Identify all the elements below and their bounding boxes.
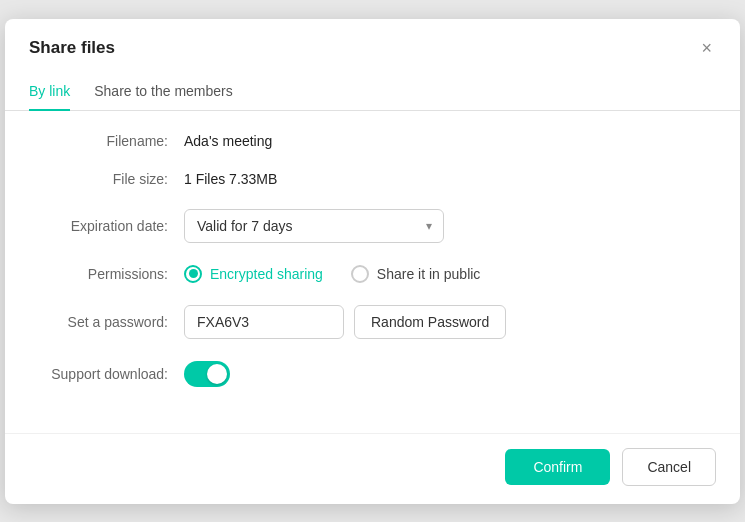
- permission-encrypted-option[interactable]: Encrypted sharing: [184, 265, 323, 283]
- password-input[interactable]: [184, 305, 344, 339]
- filename-label: Filename:: [29, 133, 184, 149]
- toggle-slider: [184, 361, 230, 387]
- filesize-value: 1 Files 7.33MB: [184, 171, 277, 187]
- filesize-label: File size:: [29, 171, 184, 187]
- dialog-footer: Confirm Cancel: [5, 433, 740, 504]
- password-row: Set a password: Random Password: [29, 305, 716, 339]
- permission-public-label: Share it in public: [377, 266, 481, 282]
- close-button[interactable]: ×: [697, 37, 716, 59]
- tab-by-link[interactable]: By link: [29, 73, 70, 111]
- dialog-header: Share files ×: [5, 19, 740, 73]
- tab-share-members[interactable]: Share to the members: [94, 73, 233, 111]
- permission-encrypted-label: Encrypted sharing: [210, 266, 323, 282]
- cancel-button[interactable]: Cancel: [622, 448, 716, 486]
- tabs-container: By link Share to the members: [5, 73, 740, 111]
- dialog-title: Share files: [29, 38, 115, 58]
- share-dialog: Share files × By link Share to the membe…: [5, 19, 740, 504]
- permissions-label: Permissions:: [29, 266, 184, 282]
- download-toggle[interactable]: [184, 361, 230, 387]
- permission-public-option[interactable]: Share it in public: [351, 265, 481, 283]
- filename-value: Ada's meeting: [184, 133, 272, 149]
- expiration-select-wrapper: Valid for 1 day Valid for 3 days Valid f…: [184, 209, 444, 243]
- expiration-row: Expiration date: Valid for 1 day Valid f…: [29, 209, 716, 243]
- expiration-label: Expiration date:: [29, 218, 184, 234]
- filesize-row: File size: 1 Files 7.33MB: [29, 171, 716, 187]
- password-label: Set a password:: [29, 314, 184, 330]
- radio-public-circle: [351, 265, 369, 283]
- permissions-radio-group: Encrypted sharing Share it in public: [184, 265, 480, 283]
- download-row: Support download:: [29, 361, 716, 387]
- expiration-select[interactable]: Valid for 1 day Valid for 3 days Valid f…: [184, 209, 444, 243]
- radio-encrypted-circle: [184, 265, 202, 283]
- filename-row: Filename: Ada's meeting: [29, 133, 716, 149]
- permissions-row: Permissions: Encrypted sharing Share it …: [29, 265, 716, 283]
- password-controls: Random Password: [184, 305, 506, 339]
- confirm-button[interactable]: Confirm: [505, 449, 610, 485]
- download-label: Support download:: [29, 366, 184, 382]
- random-password-button[interactable]: Random Password: [354, 305, 506, 339]
- dialog-body: Filename: Ada's meeting File size: 1 Fil…: [5, 111, 740, 425]
